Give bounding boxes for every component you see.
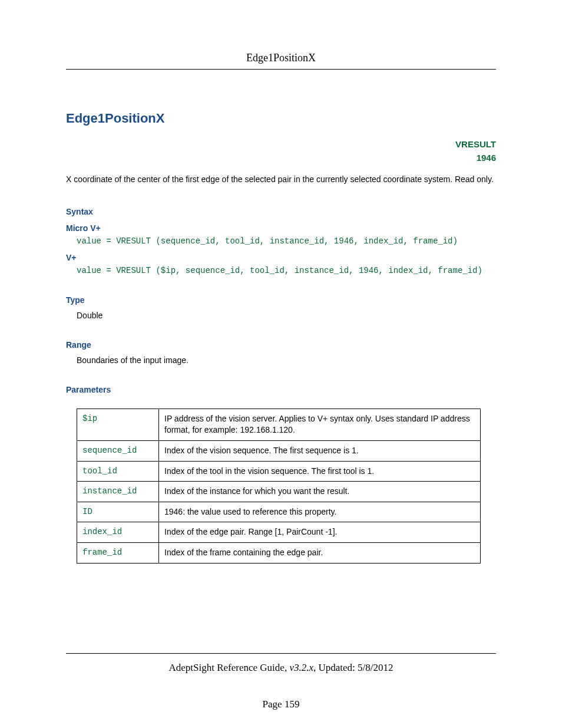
- param-desc: IP address of the vision server. Applies…: [159, 409, 481, 440]
- title-row: Edge1PositionX: [66, 111, 496, 126]
- type-value: Double: [77, 311, 496, 320]
- footer-version: , v3.2.x: [285, 662, 313, 673]
- param-desc: Index of the instance for which you want…: [159, 482, 481, 502]
- param-desc: 1946: the value used to reference this p…: [159, 502, 481, 522]
- param-desc: Index of the vision sequence. The first …: [159, 440, 481, 461]
- param-name: $ip: [77, 409, 159, 440]
- table-row: index_id Index of the edge pair. Range […: [77, 522, 481, 543]
- table-row: frame_id Index of the frame containing t…: [77, 542, 481, 563]
- vplus-label: V+: [66, 253, 496, 262]
- param-name: sequence_id: [77, 440, 159, 461]
- vplus-code: value = VRESULT ($ip, sequence_id, tool_…: [77, 266, 496, 275]
- footer-page: Page 159: [66, 699, 496, 710]
- param-desc: Index of the edge pair. Range [1, PairCo…: [159, 522, 481, 543]
- parameters-table: $ip IP address of the vision server. App…: [77, 409, 481, 564]
- footer-page-label: Page: [263, 699, 285, 710]
- syntax-heading: Syntax: [66, 207, 496, 216]
- footer-updated-label: , Updated:: [313, 662, 358, 673]
- range-heading: Range: [66, 340, 496, 350]
- param-name: index_id: [77, 522, 159, 543]
- param-desc: Index of the frame containing the edge p…: [159, 542, 481, 563]
- footer-rule: [66, 653, 496, 654]
- table-row: tool_id Index of the tool in the vision …: [77, 461, 481, 482]
- param-name: instance_id: [77, 482, 159, 502]
- param-name: ID: [77, 502, 159, 522]
- description-text: X coordinate of the center of the first …: [66, 173, 496, 187]
- footer-page-number: 159: [285, 699, 300, 710]
- page: Edge1PositionX Edge1PositionX VRESULT 19…: [0, 0, 562, 728]
- param-name: frame_id: [77, 542, 159, 563]
- table-row: sequence_id Index of the vision sequence…: [77, 440, 481, 461]
- table-row: ID 1946: the value used to reference thi…: [77, 502, 481, 522]
- running-header: Edge1PositionX: [66, 52, 496, 70]
- param-desc: Index of the tool in the vision sequence…: [159, 461, 481, 482]
- table-row: $ip IP address of the vision server. App…: [77, 409, 481, 440]
- param-name: tool_id: [77, 461, 159, 482]
- footer-doc-title: AdeptSight Reference Guide: [168, 662, 284, 673]
- footer-doc-info: AdeptSight Reference Guide, v3.2.x, Upda…: [66, 662, 496, 674]
- result-badge: VRESULT 1946: [66, 138, 496, 164]
- footer-updated-date: 5/8/2012: [358, 662, 393, 673]
- badge-type: VRESULT: [66, 138, 496, 151]
- parameters-heading: Parameters: [66, 385, 496, 394]
- range-value: Boundaries of the input image.: [77, 355, 496, 365]
- type-heading: Type: [66, 295, 496, 305]
- micro-vplus-code: value = VRESULT (sequence_id, tool_id, i…: [77, 236, 496, 246]
- micro-vplus-label: Micro V+: [66, 223, 496, 233]
- page-title: Edge1PositionX: [66, 111, 164, 126]
- badge-id: 1946: [66, 151, 496, 165]
- page-footer: AdeptSight Reference Guide, v3.2.x, Upda…: [66, 653, 496, 710]
- table-row: instance_id Index of the instance for wh…: [77, 482, 481, 502]
